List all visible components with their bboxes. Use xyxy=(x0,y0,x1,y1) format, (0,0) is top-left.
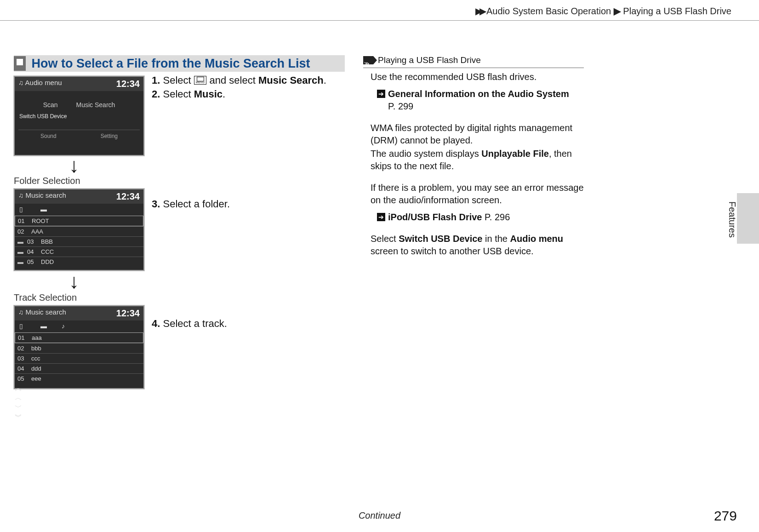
down-arrow-icon: ↓ xyxy=(69,271,79,292)
scan-button[interactable]: Scan xyxy=(43,101,58,109)
screenshot-track-selection: ♫ Music search 12:34 ▯ ▬ ♪ 01aaa 02bbb 0… xyxy=(14,305,144,389)
track-row[interactable]: 04ddd xyxy=(15,363,143,373)
audio-menu-time: 12:34 xyxy=(116,79,140,89)
reference-arrow-icon: ➔ xyxy=(377,90,385,98)
sidebar-info: ≫ Playing a USB Flash Drive Use the reco… xyxy=(363,54,584,262)
folder-row[interactable]: 01ROOT xyxy=(15,216,143,226)
screenshot-folder-selection: ♫ Music search 12:34 ▯ ▬ 01ROOT 02AAA ▬0… xyxy=(14,189,144,271)
sidebar-para-2b: The audio system displays Unplayable Fil… xyxy=(371,148,584,172)
music-search-button[interactable]: Music Search xyxy=(76,101,115,109)
step-1: 1. Select MENU and select Music Search. xyxy=(152,74,345,87)
scroll-up-icon[interactable]: ︿ xyxy=(15,393,143,403)
audio-menu-title: ♫ Audio menu xyxy=(18,79,62,89)
sidebar-ref-2: ➔ iPod/USB Flash Drive P. 296 xyxy=(377,211,584,223)
music-search-time: 12:34 xyxy=(116,191,140,202)
menu-icon: MENU xyxy=(194,76,207,85)
down-arrow-icon: ↓ xyxy=(69,155,79,176)
scroll-down-icon[interactable]: ﹀ xyxy=(15,403,143,412)
music-search-title: ♫ Music search xyxy=(18,191,66,202)
sidebar-para-4: Select Switch USB Device in the Audio me… xyxy=(371,233,584,257)
music-search-title: ♫ Music search xyxy=(18,308,66,319)
setting-button[interactable]: Setting xyxy=(101,133,118,139)
reference-arrow-icon: ➔ xyxy=(377,213,385,221)
step-4: 4. Select a track. xyxy=(152,317,345,331)
tab-track-icon[interactable]: ♪ xyxy=(62,322,69,330)
breadcrumb-level2: Playing a USB Flash Drive xyxy=(623,6,731,16)
folder-selection-caption: Folder Selection xyxy=(14,176,80,186)
breadcrumb: ▶▶ Audio System Basic Operation ▶ Playin… xyxy=(0,6,759,17)
sidebar-para-1: Use the recommended USB flash drives. xyxy=(371,71,584,83)
track-row[interactable]: 01aaa xyxy=(15,332,143,343)
folder-row[interactable]: 02AAA xyxy=(15,226,143,236)
sidebar-ref-1: ➔ General Information on the Audio Syste… xyxy=(377,88,584,113)
folder-row[interactable]: ▬05DDD xyxy=(15,257,143,267)
sidebar-header: ≫ Playing a USB Flash Drive xyxy=(363,54,584,68)
breadcrumb-arrow-icon: ▶▶ xyxy=(475,6,484,16)
step-2: 2. Select Music. xyxy=(152,87,345,101)
tab-root-icon[interactable]: ▯ xyxy=(19,322,27,330)
sidebar-header-title: Playing a USB Flash Drive xyxy=(378,54,481,66)
switch-usb-device-button[interactable]: Switch USB Device xyxy=(19,113,140,120)
folder-row[interactable]: ▬04CCC xyxy=(15,246,143,257)
music-search-time: 12:34 xyxy=(116,308,140,319)
scroll-page-down-icon[interactable]: ︾ xyxy=(15,412,143,422)
top-rule xyxy=(0,20,759,21)
features-label: Features xyxy=(727,201,737,238)
continued-label: Continued xyxy=(0,510,759,521)
breadcrumb-level1: Audio System Basic Operation xyxy=(486,6,611,16)
page-number: 279 xyxy=(714,508,737,524)
section-heading: How to Select a File from the Music Sear… xyxy=(14,55,345,72)
tab-folder-icon[interactable]: ▬ xyxy=(40,206,48,213)
track-row[interactable]: 05eee xyxy=(15,373,143,383)
sidebar-flag-icon: ≫ xyxy=(363,56,373,64)
folder-icon: ▬ xyxy=(17,248,23,255)
sidebar-para-2a: WMA files protected by digital rights ma… xyxy=(371,122,584,147)
tab-root-icon[interactable]: ▯ xyxy=(19,206,27,213)
section-title: How to Select a File from the Music Sear… xyxy=(31,57,310,70)
folder-row[interactable]: ▬03BBB xyxy=(15,236,143,246)
sound-button[interactable]: Sound xyxy=(40,133,57,139)
scroll-page-up-icon[interactable]: ︽ xyxy=(15,383,143,393)
sidebar-para-3: If there is a problem, you may see an er… xyxy=(371,182,584,206)
breadcrumb-separator-icon: ▶ xyxy=(614,6,621,16)
instruction-steps: 1. Select MENU and select Music Search. … xyxy=(152,74,345,331)
tab-folder-icon[interactable]: ▬ xyxy=(40,322,48,330)
track-selection-caption: Track Selection xyxy=(14,292,77,303)
folder-icon: ▬ xyxy=(17,258,23,265)
track-row[interactable]: 03ccc xyxy=(15,353,143,363)
track-row[interactable]: 02bbb xyxy=(15,343,143,353)
screenshot-audio-menu: ♫ Audio menu 12:34 Scan Music Search Swi… xyxy=(14,76,144,156)
folder-icon: ▬ xyxy=(17,238,23,245)
features-side-tab: Features xyxy=(737,193,759,244)
step-3: 3. Select a folder. xyxy=(152,197,345,211)
section-marker-icon xyxy=(14,56,26,71)
